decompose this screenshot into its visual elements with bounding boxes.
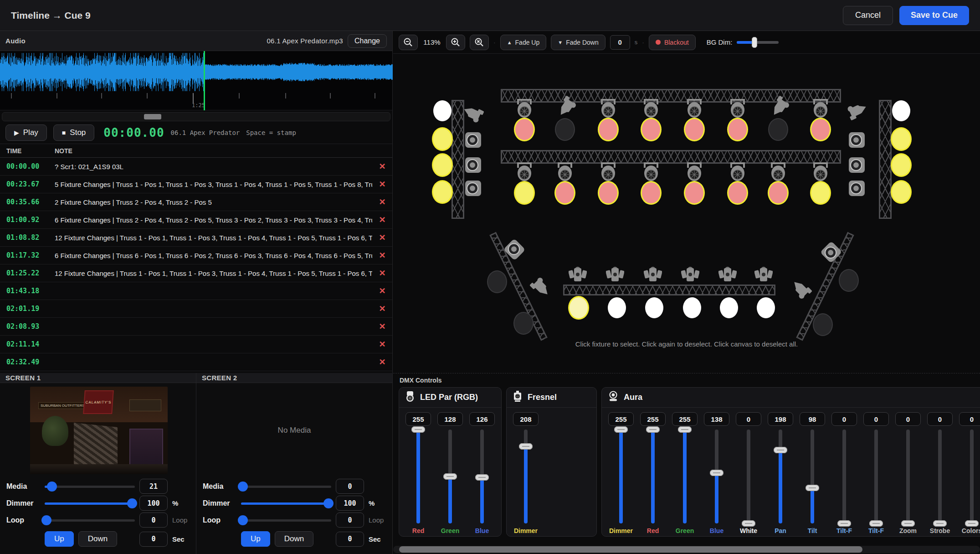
wash-fixture-icon[interactable] xyxy=(463,156,483,176)
fresnel-fixture-icon[interactable] xyxy=(728,98,748,120)
screen-2-up-button[interactable]: Up xyxy=(241,531,270,547)
slider-thumb[interactable] xyxy=(901,520,915,527)
wash-fixture-icon[interactable] xyxy=(847,156,867,176)
delete-note-button[interactable]: ✕ xyxy=(372,179,392,189)
slider-thumb[interactable] xyxy=(238,515,248,525)
light-beam[interactable] xyxy=(599,182,617,203)
screen-2-media-slider[interactable] xyxy=(241,481,331,492)
delete-note-button[interactable]: ✕ xyxy=(372,339,392,349)
light-beam[interactable] xyxy=(769,119,787,140)
timeline-row[interactable]: 01:08.82 12 Fixture Changes | Truss 1 - … xyxy=(0,229,392,247)
light-beam[interactable] xyxy=(811,119,830,140)
delete-note-button[interactable]: ✕ xyxy=(372,250,392,260)
light-beam[interactable] xyxy=(840,270,858,291)
timeline-row[interactable]: 02:32.49 ✕ xyxy=(0,353,392,371)
channel-slider[interactable] xyxy=(476,430,488,523)
light-beam[interactable] xyxy=(608,297,626,318)
timeline-row[interactable]: 00:35.66 2 Fixture Changes | Truss 2 - P… xyxy=(0,193,392,211)
screen-1-media-value[interactable]: 21 xyxy=(139,479,168,494)
channel-value-input[interactable]: 98 xyxy=(800,412,825,426)
delete-note-button[interactable]: ✕ xyxy=(372,357,392,367)
light-beam[interactable] xyxy=(683,297,701,318)
slider-thumb[interactable] xyxy=(678,426,692,433)
channel-value-input[interactable]: 0 xyxy=(831,412,857,426)
timeline-row[interactable]: 00:23.67 5 Fixture Changes | Truss 1 - P… xyxy=(0,176,392,193)
delete-note-button[interactable]: ✕ xyxy=(372,304,392,314)
wash-fixture-icon[interactable] xyxy=(847,179,867,199)
spot-fixture-icon[interactable] xyxy=(844,98,871,125)
light-beam[interactable] xyxy=(433,155,452,176)
fresnel-fixture-icon[interactable] xyxy=(811,98,831,120)
slider-thumb[interactable] xyxy=(646,426,660,433)
slider-thumb[interactable] xyxy=(710,470,723,476)
channel-value-input[interactable]: 208 xyxy=(513,412,539,426)
slider-thumb[interactable] xyxy=(614,426,628,433)
light-beam[interactable] xyxy=(433,129,452,150)
light-beam[interactable] xyxy=(892,129,910,150)
light-beam[interactable] xyxy=(515,182,534,203)
dmx-scrollbar[interactable] xyxy=(393,546,980,553)
channel-value-input[interactable]: 255 xyxy=(405,412,431,426)
channel-slider[interactable] xyxy=(966,430,978,523)
change-audio-button[interactable]: Change xyxy=(348,34,387,48)
fresnel-fixture-icon[interactable] xyxy=(684,161,704,184)
fresnel-fixture-icon[interactable] xyxy=(641,98,661,120)
screen-2-down-button[interactable]: Down xyxy=(275,531,313,547)
screen-1-dimmer-slider[interactable] xyxy=(45,497,135,509)
slider-thumb[interactable] xyxy=(774,447,787,453)
channel-value-input[interactable]: 138 xyxy=(704,412,729,426)
slider-thumb[interactable] xyxy=(837,520,851,527)
channel-value-input[interactable]: 255 xyxy=(672,412,698,426)
bg-dim-slider[interactable] xyxy=(737,36,779,48)
channel-slider[interactable] xyxy=(838,430,850,523)
light-beam[interactable] xyxy=(892,155,910,176)
channel-slider[interactable] xyxy=(679,430,691,523)
screen-2-sec-value[interactable]: 0 xyxy=(336,532,364,547)
screen-1-loop-slider[interactable] xyxy=(45,514,135,526)
delete-note-button[interactable]: ✕ xyxy=(372,233,392,243)
light-beam[interactable] xyxy=(556,182,574,203)
fresnel-fixture-icon[interactable] xyxy=(514,161,534,184)
screen-2-loop-slider[interactable] xyxy=(241,514,331,526)
slider-thumb[interactable] xyxy=(41,515,51,525)
light-beam[interactable] xyxy=(514,313,533,334)
timeline-row[interactable]: 01:43.18 ✕ xyxy=(0,282,392,300)
fresnel-fixture-icon[interactable] xyxy=(768,161,788,184)
delete-note-button[interactable]: ✕ xyxy=(372,161,392,171)
fade-up-button[interactable]: ▲ Fade Up xyxy=(500,35,547,50)
spot-fixture-icon[interactable] xyxy=(788,274,817,303)
channel-value-input[interactable]: 255 xyxy=(640,412,666,426)
play-button[interactable]: ▶ Play xyxy=(5,124,47,141)
channel-slider[interactable] xyxy=(902,430,914,523)
screen-1-up-button[interactable]: Up xyxy=(45,531,74,547)
fresnel-fixture-icon[interactable] xyxy=(598,161,618,184)
screen-1-loop-value[interactable]: 0 xyxy=(139,513,168,528)
screen-2-loop-value[interactable]: 0 xyxy=(336,513,364,528)
channel-slider[interactable] xyxy=(444,430,456,523)
delete-note-button[interactable]: ✕ xyxy=(372,286,392,296)
light-beam[interactable] xyxy=(720,297,738,318)
timeline-row[interactable]: 02:01.19 ✕ xyxy=(0,300,392,318)
channel-value-input[interactable]: 126 xyxy=(469,412,495,426)
light-beam[interactable] xyxy=(757,297,775,318)
light-beam[interactable] xyxy=(515,119,534,140)
partop-fixture-icon[interactable] xyxy=(644,265,662,286)
channel-slider[interactable] xyxy=(806,430,818,523)
partop-fixture-icon[interactable] xyxy=(569,265,587,286)
partop-fixture-icon[interactable] xyxy=(718,265,737,286)
channel-slider[interactable] xyxy=(412,430,424,523)
channel-slider[interactable] xyxy=(615,430,627,523)
slider-thumb[interactable] xyxy=(323,498,334,508)
light-beam[interactable] xyxy=(570,297,588,318)
channel-value-input[interactable]: 0 xyxy=(736,412,761,426)
fade-seconds-input[interactable]: 0 xyxy=(610,35,630,50)
light-beam[interactable] xyxy=(488,271,506,292)
screen-1-down-button[interactable]: Down xyxy=(78,531,117,547)
scrubber-thumb[interactable] xyxy=(144,114,161,119)
light-beam[interactable] xyxy=(433,181,452,202)
channel-value-input[interactable]: 198 xyxy=(768,412,793,426)
slider-thumb[interactable] xyxy=(806,485,819,491)
scrubber-track[interactable] xyxy=(2,112,390,121)
timeline-row[interactable]: 01:17.32 6 Fixture Changes | Truss 6 - P… xyxy=(0,247,392,264)
light-beam[interactable] xyxy=(685,182,703,203)
